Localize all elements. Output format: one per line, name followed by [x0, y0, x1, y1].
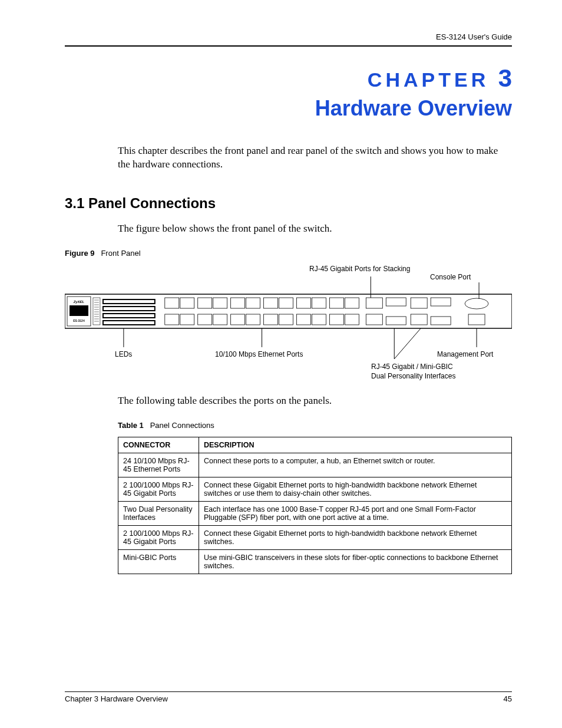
svg-rect-54	[431, 298, 451, 306]
section-heading: 3.1 Panel Connections	[65, 195, 512, 212]
svg-rect-52	[411, 298, 427, 308]
svg-rect-48	[366, 298, 382, 308]
callout-leds: LEDs	[115, 350, 132, 358]
svg-rect-44	[296, 314, 310, 325]
figure-caption-label: Figure 9	[65, 249, 95, 258]
callout-mgmt: Management Port	[437, 350, 493, 358]
cell-desc: Connect these ports to a computer, a hub…	[199, 453, 512, 477]
cell-connector: Mini-GBIC Ports	[118, 549, 199, 574]
cell-desc: Use mini-GBIC transceivers in these slot…	[199, 549, 512, 574]
svg-rect-43	[279, 314, 293, 325]
panel-connections-table: CONNECTOR DESCRIPTION 24 10/100 Mbps RJ-…	[118, 437, 512, 574]
callout-dual2: Dual Personality Interfaces	[371, 372, 455, 380]
svg-rect-29	[246, 298, 260, 308]
chapter-label: CHAPTER	[368, 68, 489, 91]
svg-rect-35	[345, 298, 359, 308]
svg-rect-51	[386, 317, 406, 325]
svg-rect-47	[345, 314, 359, 325]
table-row: 2 100/1000 Mbps RJ-45 Gigabit Ports Conn…	[118, 477, 512, 501]
svg-rect-21	[104, 307, 154, 310]
figure-caption-text: Front Panel	[101, 249, 140, 258]
figure-caption: Figure 9 Front Panel	[65, 249, 512, 258]
svg-rect-36	[165, 314, 179, 325]
chapter-label-line: CHAPTER 3	[65, 64, 512, 93]
svg-text:ES-3124: ES-3124	[73, 319, 85, 322]
svg-rect-20	[104, 300, 154, 303]
table-caption: Table 1 Panel Connections	[118, 421, 512, 430]
svg-rect-34	[329, 298, 343, 308]
cell-connector: 2 100/1000 Mbps RJ-45 Gigabit Ports	[118, 525, 199, 549]
svg-rect-39	[213, 314, 227, 325]
svg-rect-28	[231, 298, 245, 308]
svg-rect-46	[329, 314, 343, 325]
footer-page-number: 45	[504, 694, 512, 703]
table-row: Two Dual Personality Interfaces Each int…	[118, 501, 512, 525]
cell-desc: Connect these Gigabit Ethernet ports to …	[199, 477, 512, 501]
table-row: 2 100/1000 Mbps RJ-45 Gigabit Ports Conn…	[118, 525, 512, 549]
svg-rect-27	[213, 298, 227, 308]
table-intro: The following table describes the ports …	[118, 394, 512, 408]
svg-rect-22	[104, 314, 154, 317]
chapter-number: 3	[498, 64, 512, 92]
table-caption-label: Table 1	[118, 421, 144, 430]
svg-text:ZyXEL: ZyXEL	[73, 300, 85, 304]
callout-stacking: RJ-45 Gigabit Ports for Stacking	[309, 265, 410, 273]
svg-line-64	[394, 328, 421, 359]
callout-console: Console Port	[430, 273, 471, 281]
table-row: Mini-GBIC Ports Use mini-GBIC transceive…	[118, 549, 512, 574]
cell-desc: Connect these Gigabit Ethernet ports to …	[199, 525, 512, 549]
cell-connector: Two Dual Personality Interfaces	[118, 501, 199, 525]
svg-rect-33	[312, 298, 326, 308]
svg-rect-31	[279, 298, 293, 308]
svg-rect-57	[468, 314, 485, 325]
svg-rect-50	[386, 298, 406, 306]
svg-rect-25	[180, 298, 194, 308]
svg-rect-5	[93, 298, 100, 325]
header-guide: ES-3124 User's Guide	[65, 32, 512, 44]
svg-rect-38	[198, 314, 212, 325]
table-caption-text: Panel Connections	[150, 421, 214, 430]
svg-rect-3	[70, 305, 88, 316]
callout-dual1: RJ-45 Gigabit / Mini-GBIC	[371, 363, 453, 371]
svg-rect-23	[104, 321, 154, 324]
svg-rect-26	[198, 298, 212, 308]
svg-rect-32	[296, 298, 310, 308]
svg-rect-40	[231, 314, 245, 325]
svg-point-56	[465, 298, 488, 309]
page-footer: Chapter 3 Hardware Overview 45	[65, 687, 512, 703]
cell-connector: 24 10/100 Mbps RJ-45 Ethernet Ports	[118, 453, 199, 477]
figure-front-panel: ZyXEL ES-3124	[65, 265, 512, 383]
svg-rect-30	[264, 298, 278, 308]
ethernet-ports-icon	[165, 298, 359, 325]
th-description: DESCRIPTION	[199, 437, 512, 453]
cell-desc: Each interface has one 1000 Base-T coppe…	[199, 501, 512, 525]
svg-rect-53	[411, 314, 427, 325]
footer-left: Chapter 3 Hardware Overview	[65, 694, 168, 703]
chapter-intro: This chapter describes the front panel a…	[118, 144, 512, 172]
svg-rect-45	[312, 314, 326, 325]
cell-connector: 2 100/1000 Mbps RJ-45 Gigabit Ports	[118, 477, 199, 501]
svg-rect-37	[180, 314, 194, 325]
table-row: 24 10/100 Mbps RJ-45 Ethernet Ports Conn…	[118, 453, 512, 477]
chapter-title: Hardware Overview	[65, 96, 512, 121]
top-rule	[65, 45, 512, 47]
svg-rect-41	[246, 314, 260, 325]
section-lead: The figure below shows the front panel o…	[118, 222, 512, 236]
th-connector: CONNECTOR	[118, 437, 199, 453]
svg-rect-49	[366, 314, 382, 325]
svg-rect-42	[264, 314, 278, 325]
svg-rect-24	[165, 298, 179, 308]
svg-rect-55	[431, 317, 451, 325]
callout-ethernet: 10/100 Mbps Ethernet Ports	[215, 350, 303, 358]
